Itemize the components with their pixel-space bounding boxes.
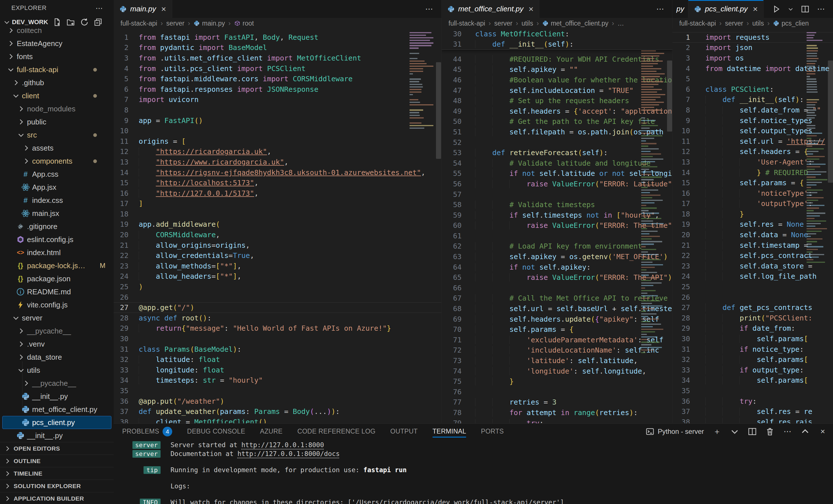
tree-item-index-html[interactable]: <>index.html (2, 246, 112, 259)
tree-item-package-json[interactable]: {}package.json (2, 272, 112, 285)
close-panel-icon[interactable]: × (818, 427, 827, 436)
code-line[interactable]: 11origins = [ (114, 136, 442, 147)
code-line[interactable]: 22 allow_credentials=True, (114, 250, 442, 261)
code-line[interactable]: 4from .utils.pcs_client import PCSClient (114, 63, 442, 74)
tree-item-readme-md[interactable]: README.md (2, 285, 112, 298)
code-line[interactable]: 32 self.params[ (672, 354, 833, 365)
breadcrumb-item[interactable]: full-stack-api (679, 20, 716, 27)
split-editor-icon[interactable] (801, 5, 809, 14)
code-line[interactable]: 63 self.apikey = os.getenv('MET_OFFICE') (442, 251, 672, 262)
code-line[interactable]: 33 if output_type: (672, 365, 833, 375)
code-line[interactable]: 23 allow_methods=["*"], (114, 261, 442, 271)
tree-item-eslint-config-js[interactable]: eslint.config.js (2, 233, 112, 246)
code-line[interactable]: 16 "http://127.0.0.1/5173", (114, 188, 442, 198)
minimap[interactable] (409, 32, 434, 130)
code-line[interactable]: 71 'excludeParameterMetadata': self (442, 335, 672, 345)
code-line[interactable]: 27@app.get("/") (114, 302, 442, 313)
scrollbar-thumb[interactable] (828, 61, 833, 183)
code-line[interactable]: 36@app.put("/weather") (114, 396, 442, 407)
tree-item-package-lock-js-[interactable]: {}package-lock.js…M (2, 259, 112, 272)
code-line[interactable]: 37def update_weather(params: Params = Bo… (114, 406, 442, 417)
chevron-down-icon[interactable] (730, 427, 739, 436)
code-line[interactable]: 76 (442, 387, 672, 397)
tree-item-app-jsx[interactable]: App.jsx (2, 181, 112, 194)
new-terminal-icon[interactable]: ＋ (713, 427, 721, 436)
breadcrumb-item[interactable]: utils (752, 20, 764, 27)
sidebar-panel-timeline[interactable]: TIMELINE (0, 467, 114, 480)
new-file-icon[interactable] (53, 18, 62, 26)
code-line[interactable]: 10 (114, 125, 442, 136)
panel-tab-azure[interactable]: AZURE (260, 424, 283, 439)
terminal-output[interactable]: serverServer started at http://127.0.0.1… (125, 441, 827, 504)
code-line[interactable]: 13 "https://www.ricardogarcia.uk", (114, 157, 442, 167)
code-line[interactable]: 6from fastapi.responses import JSONRespo… (114, 84, 442, 95)
tree-item-components[interactable]: components (2, 154, 112, 168)
breadcrumb-item[interactable]: met_office_client.py (542, 20, 609, 27)
sidebar-panel-open-editors[interactable]: OPEN EDITORS (0, 442, 114, 455)
code-line[interactable]: 66 (442, 283, 672, 293)
panel-tab-problems[interactable]: PROBLEMS4 (122, 424, 172, 439)
tree-item-node-modules[interactable]: node_modules (2, 102, 112, 115)
code-line[interactable]: 28async def root(): (114, 313, 442, 323)
code-line[interactable]: 15 "http://localhost:5173", (114, 177, 442, 188)
new-folder-icon[interactable] (67, 18, 75, 26)
code-line[interactable]: 72 'includeLocationName': self.inc (442, 345, 672, 356)
code-line[interactable]: 24 allow_headers=["*"], (114, 271, 442, 282)
code-line[interactable]: 25 (672, 282, 833, 292)
code-line[interactable]: 19app.add_middleware( (114, 219, 442, 230)
split-terminal-icon[interactable] (748, 427, 757, 436)
sidebar-panel-outline[interactable]: OUTLINE (0, 455, 114, 467)
terminal-link[interactable]: http://127.0.0.1:8000 (241, 441, 324, 449)
code-line[interactable]: 74 'longitude': self.longitude, (442, 366, 672, 377)
breadcrumb-item[interactable]: server (166, 20, 185, 27)
code-line[interactable]: 51 self.filepath = os.path.join(os.path (442, 127, 672, 137)
code-line[interactable]: 9app = FastAPI() (114, 115, 442, 126)
code-line[interactable]: 3from .utils.met_office_client import Me… (114, 53, 442, 63)
code-line[interactable]: 69 self.headers.update({"apikey": self (442, 314, 672, 325)
code-line[interactable]: 29 if date_from: (672, 323, 833, 334)
code-line[interactable]: 38 client = MetOfficeClient() (114, 417, 442, 423)
close-icon[interactable]: × (161, 4, 166, 14)
tree-item-data-store[interactable]: data_store (2, 351, 112, 364)
tree-item-met-office-client-py[interactable]: met_office_client.py (2, 403, 112, 416)
code-line[interactable]: 26 (672, 292, 833, 303)
code-line[interactable]: 7import uvicorn (114, 95, 442, 105)
tab-main-py[interactable]: main.py × (114, 0, 172, 18)
breadcrumb-item[interactable]: full-stack-api (449, 20, 485, 27)
tree-item-estateagency[interactable]: EstateAgency (2, 37, 112, 50)
code-line[interactable]: 37 self.res = re (672, 406, 833, 417)
code-line[interactable]: 78 for attempt in range(retries): (442, 407, 672, 418)
explorer-more-actions-icon[interactable]: ⋯ (95, 4, 103, 13)
run-icon[interactable] (772, 5, 780, 14)
code-line[interactable]: 33 longitude: float (114, 365, 442, 375)
code-line[interactable]: 2from pydantic import BaseModel (114, 43, 442, 53)
scrollbar-thumb[interactable] (436, 62, 441, 159)
breadcrumb-item[interactable]: pcs_clien (773, 20, 809, 27)
tree-item-app-css[interactable]: #App.css (2, 168, 112, 181)
code-line[interactable]: 31class Params(BaseModel): (114, 344, 442, 355)
code-line[interactable]: 36 try: (672, 396, 833, 407)
code-line[interactable]: 77 retries = 3 (442, 397, 672, 408)
tree-item--venv[interactable]: .venv (2, 337, 112, 351)
panel-tab-debug-console[interactable]: DEBUG CONSOLE (187, 424, 245, 439)
code-line[interactable]: 24 self.log_file_path (672, 271, 833, 282)
tree-item-pcs-client-py[interactable]: pcs_client.py (2, 416, 112, 429)
code-line[interactable]: 18 (114, 209, 442, 219)
code-line[interactable]: 26 (114, 292, 442, 303)
tree-item--pycache-[interactable]: __pycache__ (2, 377, 112, 390)
terminal-shell-picker[interactable]: Python - server (646, 427, 704, 436)
code-line[interactable]: 79 try: (442, 418, 672, 423)
breadcrumb-item[interactable]: server (494, 20, 513, 27)
close-icon[interactable]: × (529, 4, 534, 14)
panel-tab-output[interactable]: OUTPUT (390, 424, 418, 439)
panel-tab-ports[interactable]: PORTS (481, 424, 504, 439)
code-line[interactable]: 60 raise ValueError("ERROR: The time") (442, 220, 672, 231)
breadcrumb-item[interactable]: main.py (193, 20, 225, 27)
code-line[interactable]: 1from fastapi import FastAPI, Body, Requ… (114, 32, 442, 43)
panel-tab-terminal[interactable]: TERMINAL (432, 424, 467, 439)
code-line[interactable]: 70 self.params = { (442, 324, 672, 335)
code-line[interactable]: 27 def get_pcs_contracts (672, 302, 833, 313)
tree-item-vite-config-js[interactable]: vite.config.js (2, 298, 112, 311)
code-line[interactable]: 5from fastapi.middleware.cors import COR… (114, 74, 442, 84)
tree-item-full-stack-api[interactable]: full-stack-api (2, 63, 112, 76)
